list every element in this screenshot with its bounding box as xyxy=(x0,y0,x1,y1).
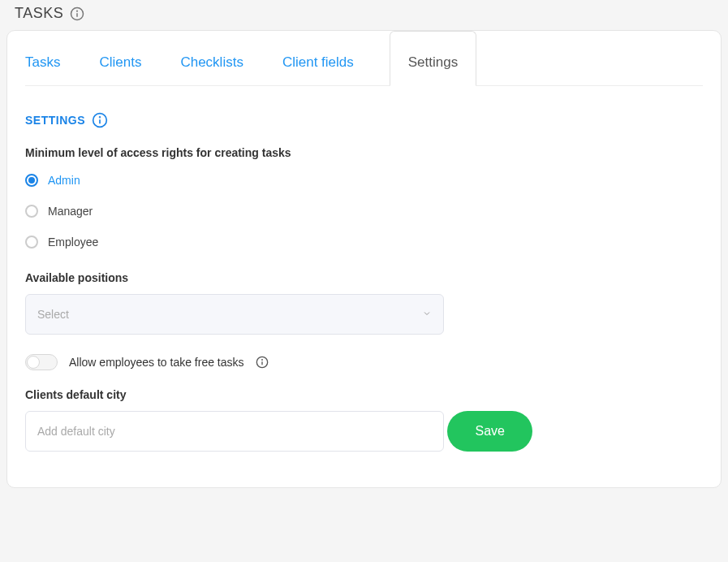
settings-card: Tasks Clients Checklists Client fields S… xyxy=(6,30,722,488)
info-icon[interactable] xyxy=(92,112,108,128)
allow-free-tasks-row: Allow employees to take free tasks xyxy=(25,354,703,370)
section-header: SETTINGS xyxy=(25,112,703,128)
toggle-knob xyxy=(27,356,40,369)
info-icon[interactable] xyxy=(256,356,269,369)
radio-dot-icon xyxy=(25,205,38,218)
radio-admin[interactable]: Admin xyxy=(25,174,703,187)
access-rights-label: Minimum level of access rights for creat… xyxy=(25,146,703,159)
radio-dot-icon xyxy=(25,236,38,249)
tab-settings[interactable]: Settings xyxy=(390,31,476,86)
default-city-input[interactable] xyxy=(25,411,444,452)
tab-checklists[interactable]: Checklists xyxy=(180,32,243,85)
section-title: SETTINGS xyxy=(25,114,85,127)
access-rights-group: Admin Manager Employee xyxy=(25,174,703,249)
allow-free-tasks-label: Allow employees to take free tasks xyxy=(69,356,244,369)
positions-select[interactable]: Select xyxy=(25,294,444,335)
radio-dot-icon xyxy=(25,174,38,187)
save-button[interactable]: Save xyxy=(447,411,532,452)
positions-label: Available positions xyxy=(25,271,703,284)
page-title: TASKS xyxy=(15,5,63,22)
svg-point-8 xyxy=(261,360,262,361)
tab-tasks[interactable]: Tasks xyxy=(25,32,60,85)
radio-manager[interactable]: Manager xyxy=(25,205,703,218)
svg-point-5 xyxy=(100,117,101,118)
select-placeholder: Select xyxy=(37,308,69,321)
tabs: Tasks Clients Checklists Client fields S… xyxy=(25,31,703,86)
tab-client-fields[interactable]: Client fields xyxy=(282,32,354,85)
default-city-label: Clients default city xyxy=(25,388,703,401)
info-icon[interactable] xyxy=(70,6,84,21)
allow-free-tasks-toggle[interactable] xyxy=(25,354,58,370)
svg-point-2 xyxy=(77,11,78,11)
radio-label: Manager xyxy=(48,205,93,218)
page-header: TASKS xyxy=(0,0,728,30)
radio-employee[interactable]: Employee xyxy=(25,236,703,249)
tab-clients[interactable]: Clients xyxy=(99,32,141,85)
radio-label: Admin xyxy=(48,174,80,187)
chevron-down-icon xyxy=(422,308,432,321)
radio-label: Employee xyxy=(48,236,98,249)
